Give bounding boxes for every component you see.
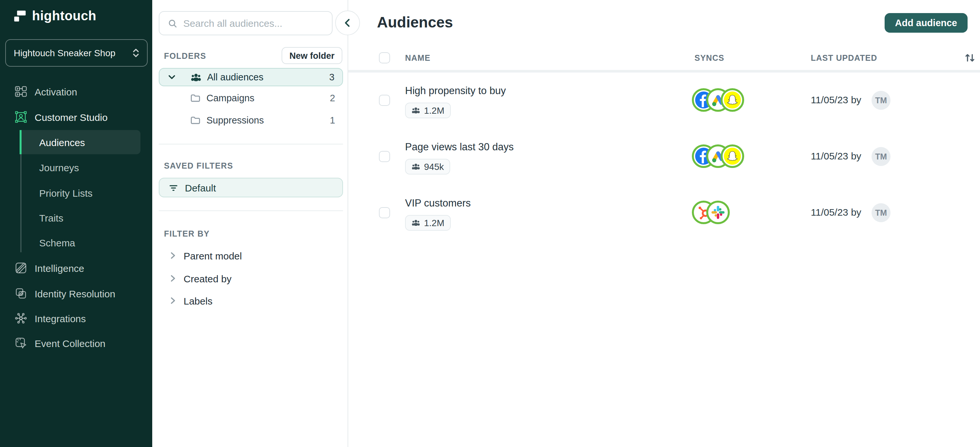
customer-studio-icon	[14, 110, 27, 124]
workspace-name: Hightouch Sneaker Shop	[14, 48, 131, 58]
hightouch-logo-icon	[13, 9, 27, 23]
sync-destinations	[692, 145, 744, 168]
active-indicator-bar	[20, 130, 22, 154]
table-row[interactable]: Page views last 30 days 945k	[348, 133, 980, 189]
sidebar-item-label: Activation	[35, 86, 77, 97]
column-header-last-updated[interactable]: LAST UPDATED	[811, 54, 877, 63]
column-header-name[interactable]: NAME	[405, 54, 431, 63]
saved-filter-default[interactable]: Default	[159, 178, 343, 197]
audience-size-badge: 1.2M	[405, 103, 451, 118]
main-content: Audiences Add audience NAME SYNCS LAST U…	[348, 0, 980, 447]
slack-icon[interactable]	[706, 200, 730, 224]
people-icon	[412, 107, 420, 115]
search-input[interactable]	[183, 17, 325, 29]
panel-divider	[159, 144, 343, 145]
people-icon	[412, 219, 420, 227]
sidebar-item-customer-studio[interactable]: Customer Studio	[0, 105, 152, 129]
sidebar-item-label: Identity Resolution	[35, 288, 115, 299]
sidebar-item-integrations[interactable]: Integrations	[0, 306, 152, 331]
integrations-icon	[14, 312, 27, 325]
browse-panel: FOLDERS New folder All audiences 3	[152, 0, 348, 447]
sidebar-item-intelligence[interactable]: Intelligence	[0, 256, 152, 280]
row-checkbox[interactable]	[379, 95, 390, 106]
folder-count: 2	[330, 92, 335, 103]
sidebar-item-schema[interactable]: Schema	[0, 230, 152, 255]
sidebar: hightouch Hightouch Sneaker Shop Act	[0, 0, 152, 447]
audience-name[interactable]: High propensity to buy	[405, 85, 506, 97]
sidebar-item-label: Intelligence	[35, 262, 84, 274]
filter-item-created-by[interactable]: Created by	[159, 269, 343, 288]
audience-size-badge: 945k	[405, 159, 450, 175]
workspace-selector[interactable]: Hightouch Sneaker Shop	[5, 39, 148, 67]
folder-icon	[190, 93, 200, 103]
row-checkbox[interactable]	[379, 151, 390, 162]
people-icon	[191, 72, 201, 82]
saved-filters-heading: SAVED FILTERS	[164, 161, 233, 170]
sidebar-item-label: Integrations	[35, 313, 86, 324]
avatar[interactable]: TM	[872, 203, 891, 222]
chevron-right-icon	[169, 251, 177, 259]
chevron-right-icon	[169, 274, 177, 282]
sidebar-item-audiences[interactable]: Audiences	[20, 130, 140, 154]
select-all-checkbox[interactable]	[379, 52, 390, 64]
table-row[interactable]: VIP customers 1.2M	[348, 189, 980, 246]
sidebar-item-event-collection[interactable]: Event Collection	[0, 331, 152, 356]
snapchat-icon[interactable]	[721, 88, 744, 112]
audience-name[interactable]: Page views last 30 days	[405, 141, 514, 153]
chevron-left-icon	[343, 17, 352, 28]
last-updated-text: 11/05/23 by	[811, 207, 861, 218]
sidebar-item-priority-lists[interactable]: Priority Lists	[0, 180, 152, 205]
filter-by-heading: FILTER BY	[164, 229, 210, 239]
folder-name: Campaigns	[207, 92, 324, 103]
audience-size: 1.2M	[424, 218, 444, 228]
table-row[interactable]: High propensity to buy 1.2M	[348, 77, 980, 133]
identity-resolution-icon	[14, 287, 27, 300]
column-header-syncs[interactable]: SYNCS	[695, 54, 724, 63]
sidebar-item-traits[interactable]: Traits	[0, 205, 152, 230]
sidebar-item-identity-resolution[interactable]: Identity Resolution	[0, 281, 152, 306]
people-icon	[412, 163, 420, 170]
app-name: hightouch	[32, 8, 96, 24]
folder-row-campaigns[interactable]: Campaigns 2	[159, 89, 343, 107]
folder-row-suppressions[interactable]: Suppressions 1	[159, 111, 343, 129]
sidebar-item-label: Journeys	[39, 162, 79, 173]
folder-name: All audiences	[207, 72, 323, 82]
sidebar-item-journeys[interactable]: Journeys	[0, 155, 152, 180]
table-header-divider	[348, 70, 980, 73]
add-audience-button[interactable]: Add audience	[885, 13, 967, 33]
new-folder-button[interactable]: New folder	[282, 47, 342, 64]
event-collection-icon	[14, 337, 27, 350]
avatar[interactable]: TM	[872, 91, 891, 110]
avatar[interactable]: TM	[872, 147, 891, 166]
last-updated-text: 11/05/23 by	[811, 150, 861, 161]
audience-size-badge: 1.2M	[405, 215, 451, 231]
sidebar-item-label: Traits	[39, 212, 64, 223]
workflow-icon	[14, 85, 27, 98]
saved-filter-name: Default	[185, 182, 216, 193]
sidebar-item-activation[interactable]: Activation	[0, 79, 152, 104]
last-updated-text: 11/05/23 by	[811, 94, 861, 105]
sidebar-item-label: Customer Studio	[35, 111, 108, 122]
filter-item-parent-model[interactable]: Parent model	[159, 247, 343, 265]
audience-size: 945k	[424, 161, 444, 172]
folder-name: Suppressions	[207, 115, 324, 125]
panel-divider	[159, 210, 343, 211]
audience-name[interactable]: VIP customers	[405, 197, 471, 209]
hightouch-logo[interactable]: hightouch	[13, 8, 96, 24]
sync-destinations	[692, 200, 730, 224]
page-title: Audiences	[377, 14, 453, 31]
search-icon	[168, 18, 177, 29]
collapse-panel-button[interactable]	[335, 10, 360, 35]
intelligence-icon	[14, 261, 27, 274]
filter-item-labels[interactable]: Labels	[159, 291, 343, 310]
folders-heading: FOLDERS	[164, 52, 206, 61]
folder-row-all-audiences[interactable]: All audiences 3	[159, 68, 343, 86]
row-checkbox[interactable]	[379, 207, 390, 218]
audience-size: 1.2M	[424, 105, 444, 116]
audience-search	[159, 11, 332, 35]
sidebar-item-label: Audiences	[39, 137, 85, 148]
chevron-down-icon[interactable]	[168, 73, 176, 81]
sort-icon[interactable]	[964, 52, 975, 64]
snapchat-icon[interactable]	[721, 145, 744, 168]
filter-item-label: Parent model	[184, 250, 242, 261]
